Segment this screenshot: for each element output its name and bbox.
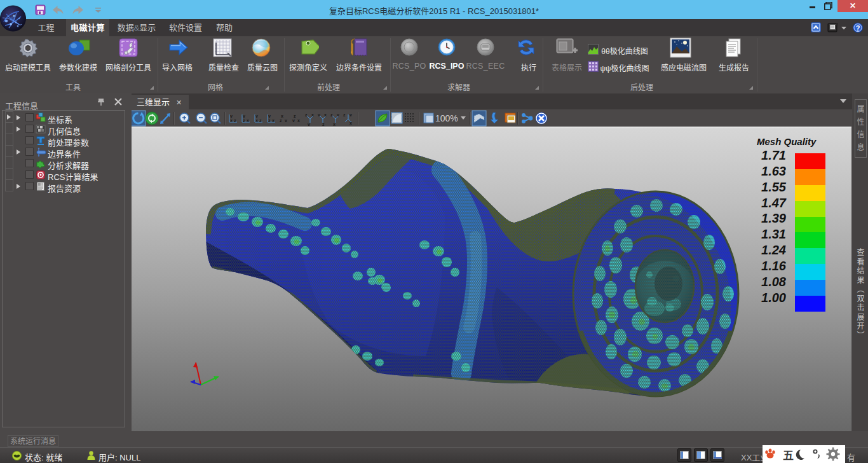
svg-text:z: z xyxy=(234,118,236,123)
svg-text:v: v xyxy=(337,113,339,117)
svg-text:z: z xyxy=(280,118,282,123)
svg-text:五: 五 xyxy=(783,450,794,462)
svg-text:x: x xyxy=(349,121,352,125)
svg-text:?: ? xyxy=(856,24,860,32)
svg-text:x: x xyxy=(281,114,283,118)
svg-text:x: x xyxy=(297,118,300,123)
svg-text:z: z xyxy=(305,113,308,117)
svg-text:z: z xyxy=(343,113,346,117)
svg-text:x: x xyxy=(230,118,233,123)
svg-text:z: z xyxy=(268,118,271,123)
svg-text:v: v xyxy=(268,114,271,118)
svg-text:z: z xyxy=(294,114,296,118)
svg-text:x: x xyxy=(272,118,275,123)
svg-text:x: x xyxy=(255,118,258,123)
svg-text:x: x xyxy=(247,118,249,123)
svg-text:v: v xyxy=(292,118,295,123)
svg-text:v: v xyxy=(308,122,310,127)
svg-text:100%: 100% xyxy=(435,113,458,123)
svg-text:v: v xyxy=(243,114,245,118)
svg-text:v: v xyxy=(255,114,258,118)
svg-text:z: z xyxy=(330,113,333,117)
svg-text:z: z xyxy=(322,122,325,127)
svg-text:v: v xyxy=(285,118,287,123)
svg-text:v: v xyxy=(230,114,233,118)
svg-text:v: v xyxy=(349,113,352,117)
svg-text:x: x xyxy=(333,122,336,127)
svg-text:v: v xyxy=(318,113,320,117)
svg-text:x: x xyxy=(311,113,314,117)
svg-text:x: x xyxy=(324,113,327,117)
svg-text:z: z xyxy=(259,118,262,123)
svg-text:z: z xyxy=(243,118,245,123)
